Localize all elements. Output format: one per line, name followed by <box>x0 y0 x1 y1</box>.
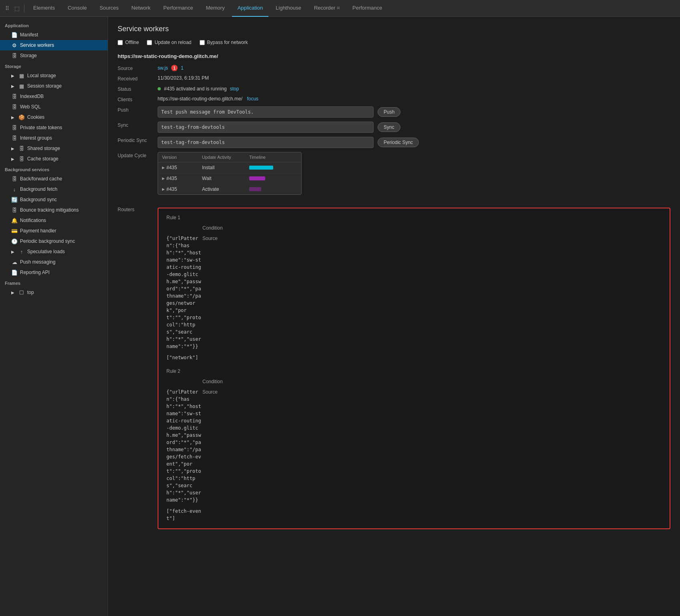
sidebar-indexeddb-label: IndexedDB <box>20 94 44 99</box>
sidebar-item-cookies[interactable]: ▶ 🍪 Cookies <box>0 112 108 122</box>
version-value-2: #435 <box>166 186 177 192</box>
notifications-icon: 🔔 <box>11 218 18 224</box>
source-error-link[interactable]: 1 <box>181 65 184 71</box>
sidebar-storage-label: Storage <box>20 53 37 58</box>
tab-application[interactable]: Application <box>232 0 269 17</box>
sidebar-item-cache-storage[interactable]: ▶ 🗄 Cache storage <box>0 154 108 164</box>
rule-2-spacer <box>166 378 202 384</box>
bounce-tracking-icon: 🗄 <box>11 207 18 213</box>
devtools-icon[interactable]: ⠿ <box>3 4 11 12</box>
tab-recorder[interactable]: Recorder ⌗ <box>308 0 345 17</box>
tab-network[interactable]: Network <box>126 0 156 17</box>
sidebar-item-payment-handler[interactable]: 💳 Payment handler <box>0 226 108 236</box>
row-arrow-0: ▶ <box>162 166 165 170</box>
info-grid: Source sw.js 1 1 Received 11/30/2023, 6:… <box>118 65 670 201</box>
rule-1-source-value: ["network"] <box>166 354 202 361</box>
version-value-0: #435 <box>166 165 177 170</box>
offline-checkbox-label[interactable]: Offline <box>118 40 139 45</box>
activity-value-1: Wait <box>202 176 249 181</box>
sidebar-item-push-messaging[interactable]: ☁ Push messaging <box>0 257 108 267</box>
bypass-for-network-checkbox-label[interactable]: Bypass for network <box>200 40 248 45</box>
push-input[interactable] <box>158 106 374 118</box>
bypass-for-network-checkbox[interactable] <box>200 40 205 45</box>
sidebar-item-notifications[interactable]: 🔔 Notifications <box>0 215 108 226</box>
received-value: 11/30/2023, 6:19:31 PM <box>158 75 670 82</box>
sidebar-payment-handler-label: Payment handler <box>20 228 56 234</box>
source-label: Source <box>118 65 158 71</box>
tab-console[interactable]: Console <box>62 0 92 17</box>
inspect-icon[interactable]: ⬚ <box>13 4 21 12</box>
bypass-for-network-label: Bypass for network <box>207 40 248 45</box>
update-on-reload-checkbox-label[interactable]: Update on reload <box>147 40 191 45</box>
sidebar-speculative-loads-label: Speculative loads <box>27 249 65 254</box>
sidebar-item-local-storage[interactable]: ▶ ▦ Local storage <box>0 70 108 81</box>
background-sync-icon: 🔄 <box>11 197 18 203</box>
sidebar-item-shared-storage[interactable]: ▶ 🗄 Shared storage <box>0 143 108 154</box>
rule-1-spacer <box>166 224 202 231</box>
reporting-api-icon: 📄 <box>11 270 18 276</box>
push-button[interactable]: Push <box>378 107 400 117</box>
row-arrow-2: ▶ <box>162 187 165 191</box>
sidebar-cookies-label: Cookies <box>27 114 44 120</box>
sidebar-item-session-storage[interactable]: ▶ ▦ Session storage <box>0 81 108 91</box>
sidebar-item-service-workers[interactable]: ⚙ Service workers <box>0 40 108 50</box>
sidebar-top-label: top <box>27 290 34 295</box>
sidebar-item-reporting-api[interactable]: 📄 Reporting API <box>0 267 108 278</box>
rule-2-condition-label: Condition <box>202 378 662 384</box>
interest-groups-icon: 🗄 <box>11 135 18 141</box>
periodic-sync-button[interactable]: Periodic Sync <box>378 138 419 147</box>
sidebar-item-indexeddb[interactable]: 🗄 IndexedDB <box>0 91 108 102</box>
sidebar-item-background-sync[interactable]: 🔄 Background sync <box>0 194 108 205</box>
periodic-sync-row: Periodic Sync <box>158 137 670 148</box>
sidebar-backforward-cache-label: Back/forward cache <box>20 176 62 182</box>
cookies-icon: 🍪 <box>18 114 25 120</box>
tab-sources[interactable]: Sources <box>94 0 124 17</box>
version-cell-1: ▶ #435 <box>162 176 202 181</box>
sidebar-item-bounce-tracking[interactable]: 🗄 Bounce tracking mitigations <box>0 205 108 215</box>
bar-cyan <box>249 166 273 170</box>
sidebar-item-web-sql[interactable]: 🗄 Web SQL <box>0 102 108 112</box>
update-cycle-header: Version Update Activity Timeline <box>158 152 301 162</box>
status-dot <box>158 87 161 90</box>
sidebar-bounce-tracking-label: Bounce tracking mitigations <box>20 207 79 213</box>
status-value: #435 activated and is running stop <box>158 86 670 92</box>
periodic-background-sync-icon: 🕐 <box>11 238 18 244</box>
frames-section-label: Frames <box>0 278 108 287</box>
local-storage-icon: ▦ <box>18 73 25 79</box>
tab-elements[interactable]: Elements <box>28 0 60 17</box>
main-layout: Application 📄 Manifest ⚙ Service workers… <box>0 17 680 616</box>
stop-link[interactable]: stop <box>230 86 239 92</box>
shared-storage-arrow: ▶ <box>11 146 16 151</box>
sidebar-web-sql-label: Web SQL <box>20 104 41 110</box>
sidebar-item-periodic-background-sync[interactable]: 🕐 Periodic background sync <box>0 236 108 246</box>
offline-label: Offline <box>125 40 139 45</box>
sync-button[interactable]: Sync <box>378 122 400 132</box>
update-on-reload-checkbox[interactable] <box>147 40 152 45</box>
sidebar-item-manifest[interactable]: 📄 Manifest <box>0 30 108 40</box>
application-section-label: Application <box>0 20 108 30</box>
sidebar-interest-groups-label: Interest groups <box>20 135 52 141</box>
sidebar-item-interest-groups[interactable]: 🗄 Interest groups <box>0 133 108 143</box>
timeline-bar-1 <box>249 176 297 180</box>
sidebar-item-private-state-tokens[interactable]: 🗄 Private state tokens <box>0 122 108 133</box>
sidebar-item-storage[interactable]: 🗄 Storage <box>0 50 108 61</box>
status-text: #435 activated and is running <box>164 86 227 92</box>
sync-input[interactable] <box>158 122 374 133</box>
service-worker-url: https://sw-static-routing-demo.glitch.me… <box>118 53 670 59</box>
indexeddb-icon: 🗄 <box>11 94 18 100</box>
sidebar-item-backforward-cache[interactable]: 🗄 Back/forward cache <box>0 174 108 184</box>
tab-memory[interactable]: Memory <box>200 0 230 17</box>
tab-performance[interactable]: Performance <box>158 0 198 17</box>
sidebar-item-background-fetch[interactable]: ↓ Background fetch <box>0 184 108 194</box>
periodic-sync-input[interactable] <box>158 137 374 148</box>
sidebar-item-top[interactable]: ▶ ☐ top <box>0 287 108 298</box>
tab-performance2[interactable]: Performance <box>347 0 388 17</box>
source-file-link[interactable]: sw.js <box>158 65 168 71</box>
tab-lighthouse[interactable]: Lighthouse <box>270 0 307 17</box>
offline-checkbox[interactable] <box>118 40 123 45</box>
page-title: Service workers <box>118 25 670 33</box>
focus-link[interactable]: focus <box>247 96 258 102</box>
push-row: Push <box>158 106 670 118</box>
sidebar-item-speculative-loads[interactable]: ▶ ↑ Speculative loads <box>0 246 108 257</box>
routers-outer: Routers Rule 1 Condition {"urlPattern":{… <box>118 206 670 529</box>
